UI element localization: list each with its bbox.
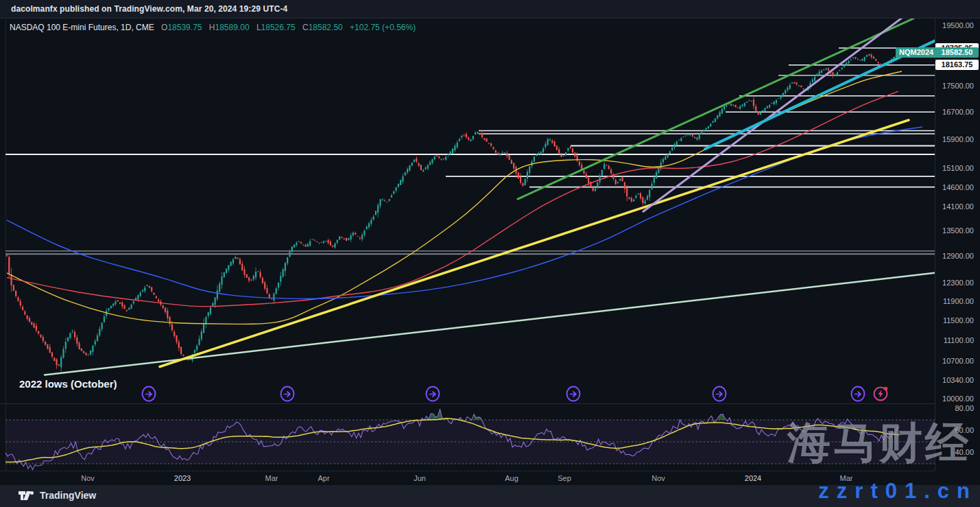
- rsi-axis-tick: 40.00: [935, 448, 980, 456]
- rsi-axis-tick: 80.00: [935, 404, 980, 412]
- change-value: +102.75 (+0.56%): [350, 23, 416, 32]
- time-axis[interactable]: Nov2023MarAprJunAugSepNov2024Mar: [0, 471, 935, 485]
- purple-fan-trendline[interactable]: [643, 19, 904, 211]
- slow-ma[interactable]: [7, 127, 922, 298]
- ohlc-close-key: C: [302, 23, 309, 32]
- time-axis-label: Nov: [81, 474, 95, 482]
- idea-marker-icon[interactable]: [281, 387, 294, 401]
- price-chart-canvas[interactable]: [0, 19, 935, 403]
- tradingview-brand[interactable]: TradingView: [19, 490, 96, 501]
- time-axis-label: Nov: [652, 474, 665, 482]
- price-axis-tick: 16700.00: [935, 108, 980, 116]
- price-axis-tick: 14100.00: [935, 202, 980, 211]
- tradingview-brand-label: TradingView: [40, 490, 96, 501]
- time-axis-label: 2023: [174, 474, 191, 482]
- mid-ma[interactable]: [7, 91, 898, 307]
- chart-annotation: 2022 lows (October): [19, 378, 117, 390]
- idea-marker-icon[interactable]: [567, 387, 580, 401]
- price-axis-tick: 14600.00: [935, 183, 980, 191]
- tradingview-logo-icon: [19, 491, 35, 501]
- price-axis-tick: 15100.00: [935, 164, 980, 172]
- ohlc-close-value: 18582.50: [309, 23, 343, 32]
- rsi-pane: [0, 403, 935, 471]
- series-price-flag[interactable]: NQM2024: [896, 47, 937, 58]
- chart-legend: NASDAQ 100 E-mini Futures, 1D, CME O1853…: [10, 23, 416, 32]
- idea-marker-icon[interactable]: [852, 387, 865, 401]
- price-axis-tick: 15900.00: [935, 135, 980, 143]
- price-axis[interactable]: 80.0060.0040.0019500.0017500.0016700.001…: [935, 19, 980, 471]
- idea-marker-icon[interactable]: [427, 387, 440, 401]
- price-axis-tick: 19500.00: [935, 21, 980, 30]
- time-axis-label: Apr: [318, 474, 329, 482]
- price-axis-tick: 11500.00: [935, 316, 980, 325]
- price-axis-tick: 11100.00: [935, 336, 980, 344]
- price-axis-tick: 12900.00: [935, 252, 980, 260]
- time-axis-label: Sep: [558, 474, 571, 482]
- price-axis-tick: 12300.00: [935, 279, 980, 287]
- tradingview-published-chart: dacolmanfx published on TradingView.com,…: [0, 0, 980, 507]
- price-axis-tick: 10700.00: [935, 357, 980, 365]
- attribution-bar: dacolmanfx published on TradingView.com,…: [0, 0, 980, 19]
- price-axis-tick: 11900.00: [935, 297, 980, 305]
- idea-marker-icon[interactable]: [713, 387, 726, 401]
- time-axis-label: Mar: [840, 474, 853, 482]
- ohlc-high-value: 18589.00: [215, 23, 250, 32]
- ohlc-open-value: 18539.75: [167, 23, 202, 32]
- time-axis-label: 2024: [745, 474, 761, 482]
- last-price-badge: 18582.50: [935, 47, 979, 58]
- price-axis-tick: 13500.00: [935, 226, 980, 235]
- price-axis-tick: 17500.00: [935, 82, 980, 90]
- attribution-text: dacolmanfx published on TradingView.com,…: [11, 4, 287, 14]
- ohlc-high-key: H: [209, 23, 215, 32]
- price-axis-tick: 10000.00: [935, 394, 980, 403]
- idea-marker-icon[interactable]: [143, 387, 156, 401]
- ohlc-low-value: 18526.75: [261, 23, 296, 32]
- rsi-canvas[interactable]: [0, 404, 935, 471]
- time-axis-label: Jun: [414, 474, 426, 482]
- time-axis-label: Mar: [265, 474, 278, 482]
- symbol-title: NASDAQ 100 E-mini Futures, 1D, CME: [10, 23, 154, 32]
- time-axis-label: Aug: [505, 474, 518, 482]
- rsi-axis-tick: 60.00: [935, 426, 980, 434]
- footer-bar: TradingView: [0, 485, 980, 507]
- price-axis-tick: 10340.00: [935, 376, 980, 384]
- flash-marker-icon[interactable]: [874, 387, 888, 401]
- ohlc-low-key: L: [256, 23, 261, 32]
- level-price-badge: 18163.75: [935, 60, 979, 70]
